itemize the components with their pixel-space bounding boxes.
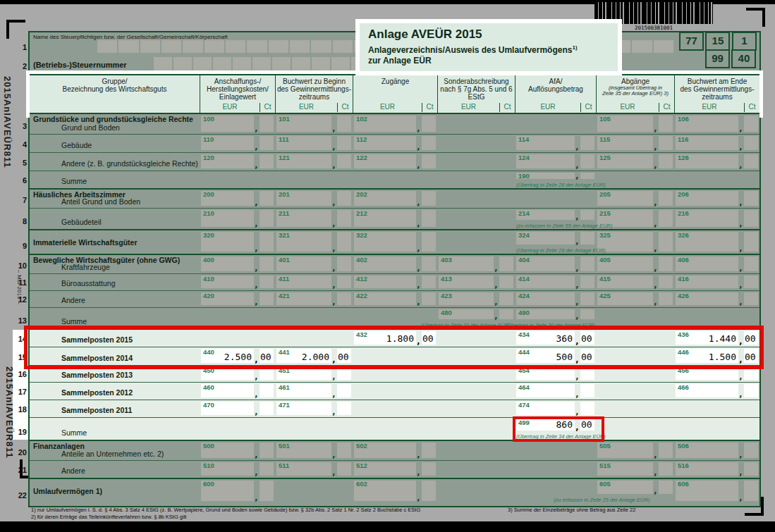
input-box-ct-106[interactable] (744, 116, 758, 132)
input-box-ct-120[interactable] (260, 154, 274, 168)
input-box-ct-410[interactable] (260, 276, 274, 288)
char-box[interactable] (226, 40, 245, 53)
char-box[interactable] (118, 40, 138, 53)
input-box-ct-190[interactable] (580, 173, 594, 179)
input-box-ct-502[interactable] (422, 443, 436, 458)
input-box-ct-321[interactable] (337, 232, 351, 252)
input-box-ct-110[interactable] (260, 136, 274, 150)
input-box-ct-499[interactable]: 00 (580, 419, 594, 431)
input-box-ct-115[interactable] (659, 136, 673, 150)
input-box-ct-434[interactable]: 00 (580, 331, 594, 345)
input-box-ct-116[interactable] (744, 136, 758, 150)
char-box[interactable] (161, 40, 181, 53)
input-box-ct-441[interactable]: 00 (337, 349, 351, 363)
input-box-ct-474[interactable] (580, 402, 594, 415)
char-box[interactable] (292, 57, 310, 71)
char-box[interactable] (269, 40, 288, 53)
input-box-ct-215[interactable] (659, 210, 673, 227)
input-box-ct-605[interactable] (659, 481, 673, 494)
input-box-ct-406[interactable] (744, 256, 758, 271)
input-box-ct-205[interactable] (659, 191, 673, 206)
input-box-ct-416[interactable] (744, 276, 758, 288)
char-box[interactable] (193, 57, 212, 71)
char-box[interactable] (312, 57, 330, 71)
input-box-ct-501[interactable] (337, 443, 351, 458)
input-box-ct-414[interactable] (580, 276, 594, 288)
char-box[interactable] (183, 40, 202, 53)
char-box[interactable] (290, 40, 310, 53)
input-box-ct-436[interactable]: 00 (744, 331, 758, 345)
input-box-ct-602[interactable] (422, 481, 436, 501)
input-box-ct-105[interactable] (659, 116, 673, 132)
input-box-ct-405[interactable] (659, 256, 673, 271)
input-box-ct-214[interactable] (580, 210, 594, 220)
input-box-ct-460[interactable] (260, 384, 274, 397)
input-box-ct-432[interactable]: 00 (422, 331, 436, 345)
input-box-ct-515[interactable] (659, 462, 673, 476)
input-box-ct-211[interactable] (337, 210, 351, 227)
input-box-ct-401[interactable] (337, 256, 351, 271)
input-box-ct-415[interactable] (659, 276, 673, 288)
input-box-ct-606[interactable] (744, 481, 758, 501)
input-box-ct-201[interactable] (337, 191, 351, 206)
char-box[interactable] (333, 40, 353, 53)
input-box-ct-210[interactable] (260, 210, 274, 227)
input-box-ct-320[interactable] (260, 232, 274, 252)
input-box-ct-122[interactable] (422, 154, 436, 168)
input-box-ct-325[interactable] (659, 232, 673, 252)
char-box[interactable] (632, 40, 652, 53)
input-box-ct-425[interactable] (659, 292, 673, 305)
input-box-ct-426[interactable] (744, 292, 758, 305)
input-box-ct-423[interactable] (499, 292, 513, 305)
input-box-ct-412[interactable] (422, 276, 436, 288)
char-box[interactable] (247, 40, 267, 53)
input-box-ct-125[interactable] (659, 154, 673, 168)
input-box-ct-440[interactable]: 00 (260, 349, 274, 363)
input-box-ct-202[interactable] (422, 191, 436, 206)
input-box-ct-446[interactable]: 00 (744, 349, 758, 363)
input-box-ct-206[interactable] (744, 191, 758, 206)
input-box-ct-200[interactable] (260, 191, 274, 206)
input-box-ct-420[interactable] (260, 292, 274, 305)
input-box-ct-111[interactable] (337, 136, 351, 150)
input-box-ct-124[interactable] (580, 154, 594, 168)
input-box-ct-100[interactable] (260, 116, 274, 132)
input-box-ct-470[interactable] (260, 402, 274, 415)
char-box[interactable] (173, 57, 192, 71)
input-box-ct-402[interactable] (422, 256, 436, 271)
input-box-ct-512[interactable] (422, 462, 436, 476)
char-box[interactable] (331, 57, 350, 71)
input-box-ct-480[interactable] (499, 309, 513, 319)
input-box-ct-400[interactable] (260, 256, 274, 271)
char-box[interactable] (154, 57, 172, 71)
char-box[interactable] (233, 57, 251, 71)
input-box-ct-421[interactable] (337, 292, 351, 305)
input-box-ct-212[interactable] (422, 210, 436, 227)
input-box-ct-422[interactable] (422, 292, 436, 305)
input-box-ct-505[interactable] (659, 443, 673, 458)
input-box-ct-121[interactable] (337, 154, 351, 168)
input-box-ct-424[interactable] (580, 292, 594, 305)
input-box-ct-413[interactable] (499, 276, 513, 288)
char-box[interactable] (213, 57, 231, 71)
input-box-ct-411[interactable] (337, 276, 351, 288)
input-box-ct-450[interactable] (260, 367, 274, 380)
input-box-ct-500[interactable] (260, 443, 274, 458)
input-box-ct-451[interactable] (337, 367, 351, 380)
input-box-ct-461[interactable] (337, 384, 351, 397)
input-box-ct-600[interactable] (260, 481, 274, 501)
input-box-ct-322[interactable] (422, 232, 436, 252)
input-box-ct-516[interactable] (744, 462, 758, 476)
input-box-ct-471[interactable] (337, 402, 351, 415)
input-box-ct-114[interactable] (580, 136, 594, 150)
input-box-ct-506[interactable] (744, 443, 758, 458)
input-box-ct-112[interactable] (422, 136, 436, 150)
input-box-ct-456[interactable] (744, 367, 758, 380)
input-box-ct-404[interactable] (580, 256, 594, 271)
input-box-ct-403[interactable] (499, 256, 513, 271)
input-box-ct-101[interactable] (337, 116, 351, 132)
char-box[interactable] (311, 40, 331, 53)
input-box-ct-490[interactable] (580, 309, 594, 319)
input-box-ct-102[interactable] (422, 116, 436, 132)
input-box-ct-466[interactable] (744, 384, 758, 397)
